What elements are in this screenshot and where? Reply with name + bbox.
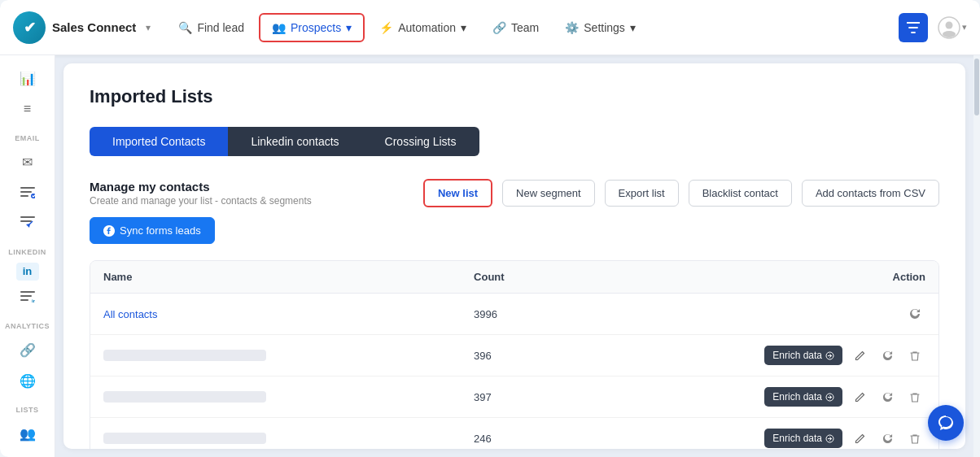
row-4-count: 246	[461, 418, 571, 450]
table-row: 396 Enrich data	[90, 335, 938, 376]
enrich-data-button[interactable]: Enrich data	[764, 346, 842, 365]
logo-icon: ✔	[13, 11, 46, 44]
manage-subtitle: Create and manage your list - contacts &…	[90, 195, 312, 207]
enrich-data-label: Enrich data	[772, 433, 822, 444]
svg-rect-8	[20, 220, 32, 222]
export-list-button[interactable]: Export list	[605, 180, 679, 207]
svg-rect-11	[20, 295, 32, 297]
sidebar-analytics-link-icon[interactable]: 🔗	[11, 337, 44, 363]
sidebar: 📊 ≡ EMAIL ✉ LINKEDIN in in ANALYTICS 🔗 🌐…	[0, 55, 55, 457]
enrich-data-button[interactable]: Enrich data	[764, 387, 842, 407]
nav-settings[interactable]: ⚙️ Settings ▾	[553, 15, 647, 41]
manage-title-block: Manage my contacts Create and manage you…	[90, 180, 312, 207]
sidebar-menu-icon[interactable]: ≡	[11, 95, 44, 122]
refresh-row-button[interactable]	[877, 428, 898, 449]
automation-icon: ⚡	[379, 21, 393, 34]
new-list-button[interactable]: New list	[423, 179, 492, 207]
sync-forms-leads-label: Sync forms leads	[120, 224, 201, 237]
main-nav: 🔍 Find lead 👥 Prospects ▾ ⚡ Automation ▾…	[167, 13, 899, 42]
col-name: Name	[90, 261, 461, 294]
enrich-data-label: Enrich data	[772, 391, 822, 403]
sidebar-analytics-label: ANALYTICS	[5, 322, 50, 330]
sidebar-lists-contacts-icon[interactable]: 👥	[11, 420, 44, 447]
nav-find-lead[interactable]: 🔍 Find lead	[167, 15, 256, 41]
row-name-placeholder	[103, 391, 266, 403]
user-avatar-button[interactable]: ▾	[938, 13, 967, 42]
enrich-data-button[interactable]: Enrich data	[764, 429, 842, 448]
col-action: Action	[571, 261, 938, 294]
svg-rect-10	[20, 291, 35, 293]
row-3-count: 397	[461, 376, 571, 418]
settings-chevron-icon: ▾	[630, 21, 636, 34]
automation-chevron-icon: ▾	[461, 21, 466, 34]
sidebar-linkedin-label: LINKEDIN	[8, 248, 46, 256]
edit-row-button[interactable]	[849, 345, 870, 366]
nav-prospects-label: Prospects	[291, 21, 341, 34]
logo[interactable]: ✔ Sales Connect ▾	[13, 11, 151, 44]
refresh-row-button[interactable]	[877, 345, 898, 366]
contacts-table: Name Count Action All contacts 3996	[90, 260, 939, 449]
manage-header: Manage my contacts Create and manage you…	[90, 179, 939, 244]
find-lead-icon: 🔍	[178, 21, 192, 34]
all-contacts-count: 3996	[461, 294, 571, 335]
svg-rect-4	[20, 191, 32, 193]
table-row: 397 Enrich data	[90, 376, 938, 418]
brand-chevron-icon: ▾	[146, 22, 151, 33]
sidebar-email-list-icon[interactable]	[11, 179, 44, 206]
brand-name: Sales Connect	[52, 20, 136, 34]
svg-rect-12	[20, 299, 28, 301]
delete-row-button[interactable]	[904, 386, 925, 407]
edit-row-button[interactable]	[849, 386, 870, 407]
nav-automation[interactable]: ⚡ Automation ▾	[368, 15, 478, 41]
sidebar-lists-label: LISTS	[15, 406, 38, 414]
scrollbar[interactable]	[973, 55, 980, 457]
row-2-count: 396	[461, 335, 571, 376]
svg-rect-3	[20, 187, 35, 189]
sidebar-chart-icon[interactable]: 📊	[11, 65, 44, 92]
row-name-placeholder	[103, 350, 266, 361]
table-row: 246 Enrich data	[90, 418, 938, 450]
settings-icon: ⚙️	[565, 21, 579, 34]
sidebar-analytics-globe-icon[interactable]: 🌐	[11, 367, 44, 394]
nav-team[interactable]: 🔗 Team	[481, 15, 550, 41]
add-contacts-csv-button[interactable]: Add contacts from CSV	[802, 180, 939, 207]
tab-linkedin-contacts[interactable]: Linkedin contacts	[228, 127, 361, 156]
prospects-icon: 👥	[272, 21, 286, 34]
new-segment-button[interactable]: New segment	[502, 180, 594, 207]
svg-rect-7	[20, 216, 35, 218]
scrollbar-thumb	[974, 59, 979, 115]
col-count: Count	[461, 261, 571, 294]
main-content: Imported Lists Imported Contacts Linkedi…	[63, 63, 965, 449]
sync-forms-leads-button[interactable]: Sync forms leads	[90, 217, 215, 244]
nav-settings-label: Settings	[584, 21, 625, 34]
all-contacts-link[interactable]: All contacts	[103, 308, 157, 320]
manage-title: Manage my contacts	[90, 180, 312, 194]
team-icon: 🔗	[492, 21, 506, 34]
blacklist-contact-button[interactable]: Blacklist contact	[689, 180, 792, 207]
sidebar-email-label: EMAIL	[15, 134, 40, 142]
chat-bubble-button[interactable]	[928, 405, 964, 441]
sidebar-email-edit-icon[interactable]	[11, 209, 44, 236]
nav-right: ▾	[899, 13, 967, 42]
user-chevron-icon: ▾	[962, 22, 967, 33]
edit-row-button[interactable]	[849, 428, 870, 449]
tab-crossing-lists[interactable]: Crossing Lists	[362, 127, 479, 156]
nav-automation-label: Automation	[398, 21, 456, 34]
delete-row-button[interactable]	[904, 345, 925, 366]
all-contacts-refresh-button[interactable]	[904, 303, 925, 324]
tab-imported-contacts[interactable]: Imported Contacts	[90, 127, 228, 156]
table-row: All contacts 3996	[90, 294, 938, 335]
svg-point-1	[946, 21, 953, 28]
enrich-data-label: Enrich data	[772, 350, 822, 361]
nav-prospects[interactable]: 👥 Prospects ▾	[259, 13, 365, 42]
sidebar-linkedin-icon[interactable]: in	[16, 263, 39, 281]
sidebar-email-icon[interactable]: ✉	[11, 149, 44, 176]
filter-button[interactable]	[899, 13, 928, 42]
nav-team-label: Team	[511, 21, 539, 34]
svg-point-2	[943, 31, 956, 37]
delete-row-button[interactable]	[904, 428, 925, 449]
row-name-placeholder	[103, 433, 266, 444]
refresh-row-button[interactable]	[877, 386, 898, 407]
svg-text:in: in	[32, 298, 35, 302]
sidebar-linkedin-list-icon[interactable]: in	[11, 284, 44, 311]
